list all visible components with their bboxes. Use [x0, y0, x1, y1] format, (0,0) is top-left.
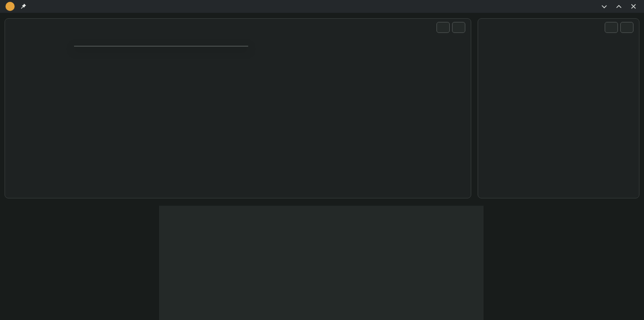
add-channel-button[interactable] [620, 22, 633, 33]
titlebar [0, 0, 644, 13]
add-channel-button[interactable] [452, 22, 465, 33]
minimize-icon[interactable] [599, 2, 609, 11]
close-icon[interactable] [628, 2, 639, 11]
hide-channels-button[interactable] [436, 22, 450, 33]
pin-icon[interactable] [20, 3, 27, 10]
maximize-icon[interactable] [614, 2, 624, 11]
window-controls [599, 2, 639, 11]
channel-context-menu [74, 46, 248, 47]
targets-panel [478, 18, 639, 198]
app-logo-icon [5, 2, 15, 11]
hide-channels-button[interactable] [605, 22, 618, 33]
routing-matrix [159, 206, 484, 320]
